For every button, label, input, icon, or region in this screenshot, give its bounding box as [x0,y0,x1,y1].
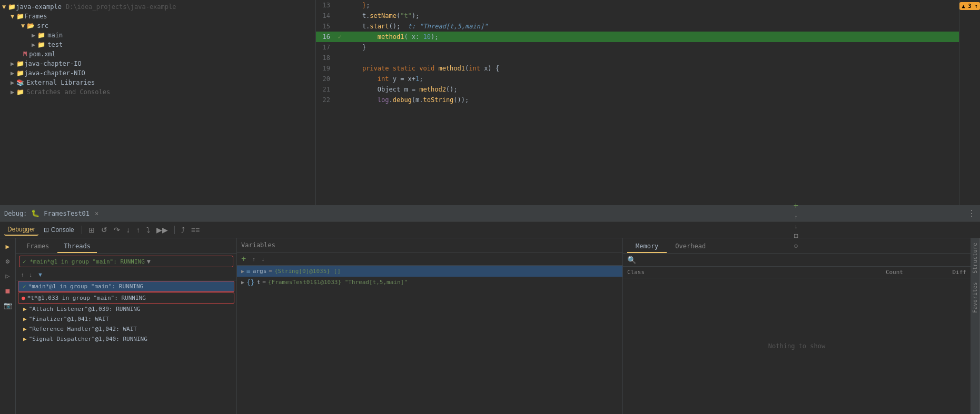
vertical-labels: Structure Favorites [971,238,980,414]
thread-dropdown[interactable]: ✓ *main*@1 in group "main": RUNNING ▼ [19,256,233,267]
sort-up-btn[interactable]: ↑ [19,270,26,279]
tree-item-concurrency[interactable]: ▼ 📁 Frames [0,12,315,21]
tree-item-test[interactable]: ▶ 📁 test [0,40,315,49]
structure-label[interactable]: Structure [971,238,979,278]
line-code: }; [345,2,959,9]
settings-sidebar-icon[interactable]: ⚙ [2,255,14,267]
console-tab-btn[interactable]: ⊡ Console [41,225,77,235]
show-execution-btn[interactable]: ⤴ [179,225,187,235]
var-value-args: {String[0]@1035} [] [274,268,341,275]
thread-name: "Attach Listener"@1,039: RUNNING [29,306,141,312]
tree-item-main[interactable]: ▶ 📁 main [0,31,315,40]
step-over-btn[interactable]: ↷ [112,225,122,235]
thread-item-t[interactable]: ● *t*@1,033 in group "main": RUNNING [18,292,234,304]
folder-icon: 📁 [16,69,24,77]
thread-name: *t*@1,033 in group "main": RUNNING [27,295,146,301]
threads-btn[interactable]: ≡≡ [189,225,202,235]
breakpoint-check-icon: ✓ [338,33,341,41]
step-into-btn[interactable]: ↓ [124,225,132,235]
line-number: 13 [316,2,334,9]
library-icon: 📚 [16,79,24,86]
tree-item-ext-libs[interactable]: ▶ 📚 External Libraries [0,78,315,87]
tree-label: java-chapter-NIO [24,69,85,77]
threads-list: ✓ *main*@1 in group "main": RUNNING ● *t… [16,280,236,414]
thread-item-attach[interactable]: ▶ "Attach Listener"@1,039: RUNNING [16,304,236,314]
code-line-14: 14 t.setName("t"); [316,11,959,21]
tree-item-scratches[interactable]: ▶ 📁 Scratches and Consoles [0,87,315,97]
code-line-16: 16 ✓ method1( x: 10); [316,32,959,42]
expand-icon: ▼ [2,3,6,11]
run-to-cursor-btn[interactable]: ⤵ [144,225,152,235]
code-line-15: 15 t.start(); t: "Thread[t,5,main]" [316,21,959,32]
code-line-21: 21 Object m = method2(); [316,84,959,95]
tree-label: pom.xml [29,51,56,58]
var-up-btn[interactable]: ↑ [250,255,258,263]
camera-sidebar-icon[interactable]: 📷 [2,299,14,311]
tree-label: main [47,32,63,39]
src-icon: 📂 [27,22,35,29]
tree-label: java-example [16,3,62,11]
thread-item-signal[interactable]: ▶ "Signal Dispatcher"@1,040: RUNNING [16,334,236,344]
code-line-22: 22 log.debug(m.toString()); [316,95,959,105]
var-equals-t: = [262,279,266,286]
frames-threads-panel: Frames Threads ✓ *main*@1 in group "main… [16,238,237,414]
rerun-btn[interactable]: ↺ [99,225,110,235]
line-number: 16 [316,33,334,41]
thread-expand-icon: ▶ [23,336,27,342]
filter-btn[interactable]: ▼ [35,270,45,279]
tree-item-java-example[interactable]: ▼ 📁 java-example D:\idea_projects\java-e… [0,2,315,12]
tree-item-nio[interactable]: ▶ 📁 java-chapter-NIO [0,68,315,78]
var-value-t: {FramesTest01$1@1033} "Thread[t,5,main]" [268,279,408,286]
resume-btn[interactable]: ▶▶ [154,225,170,235]
test-folder-icon: 📁 [37,41,45,48]
debugger-tab-btn[interactable]: Debugger [4,224,38,236]
stop-sidebar-icon[interactable]: ■ [2,285,14,296]
tree-label: src [37,22,48,29]
thread-item-main-selected[interactable]: ✓ *main*@1 in group "main": RUNNING [18,281,234,292]
memory-search-btn[interactable]: 🔍 [627,256,636,264]
tree-label: External Libraries [26,79,95,86]
thread-red-icon: ● [22,295,25,301]
tree-item-pom[interactable]: M pom.xml [0,49,315,59]
favorites-label[interactable]: Favorites [971,278,979,317]
var-equals: = [269,268,272,275]
debug-tab-name[interactable]: FramesTest01 [44,210,90,217]
tab-close-icon[interactable]: × [95,210,98,217]
threads-tab[interactable]: Threads [57,240,97,253]
var-item-t[interactable]: ▶ {} t = {FramesTest01$1@1033} "Thread[t… [237,277,622,288]
thread-item-finalizer[interactable]: ▶ "Finalizer"@1,041: WAIT [16,314,236,324]
overhead-tab-btn[interactable]: Overhead [667,240,714,253]
thread-name: *main*@1 in group "main": RUNNING [28,283,144,290]
line-code: Object m = method2(); [345,86,959,93]
add-var-btn[interactable]: + [239,254,248,264]
folder-icon: 📁 [16,60,24,67]
thread-item-refhandler[interactable]: ▶ "Reference Handler"@1,042: WAIT [16,324,236,334]
code-line-13: 13 }; [316,0,959,11]
debug-more-icon[interactable]: ⋮ [967,208,976,218]
var-smiley-btn[interactable]: ☺ [791,241,801,250]
var-item-args[interactable]: ▶ ≡ args = {String[0]@1035} [] [237,266,622,277]
col-diff-header: Diff [903,269,966,276]
expand-icon: ▶ [11,88,14,96]
code-line-20: 20 int y = x+1; [316,74,959,84]
line-number: 18 [316,54,334,62]
frames-tab[interactable]: Frames [20,240,55,253]
tree-item-io[interactable]: ▶ 📁 java-chapter-IO [0,59,315,68]
sort-down-btn[interactable]: ↓ [27,270,35,279]
toolbar-separator [82,226,82,234]
run-sidebar-icon[interactable]: ▷ [2,270,14,281]
memory-toolbar: 🔍 [623,254,971,267]
line-code: method1( x: 10); [345,33,959,41]
var-copy-btn[interactable]: ⊡ [791,238,801,240]
line-code: int y = x+1; [345,75,959,83]
tree-item-src[interactable]: ▼ 📂 src [0,21,315,31]
var-down-btn[interactable]: ↓ [260,255,267,263]
memory-tab-btn[interactable]: Memory [627,240,667,253]
line-gutter: ✓ [334,33,345,41]
expand-icon: ▼ [11,13,14,20]
var-name-t: t [257,279,261,286]
col-class-header: Class [627,269,840,276]
step-out-btn[interactable]: ↑ [134,225,142,235]
new-session-btn[interactable]: ⊞ [86,225,97,235]
resume-sidebar-icon[interactable]: ▶ [2,240,14,252]
